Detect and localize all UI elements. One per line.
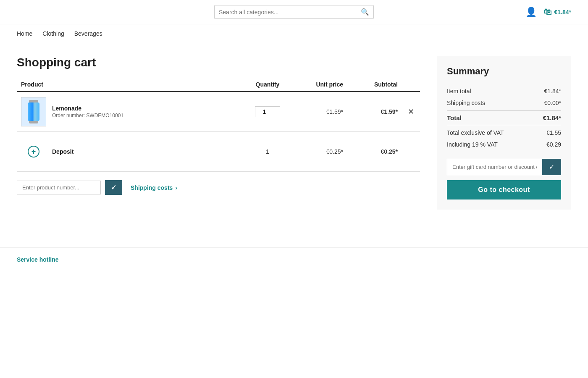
- total-label: Total: [447, 114, 462, 121]
- header-right: 👤 🛍 €1.84*: [525, 7, 571, 18]
- deposit-cell: + Deposit: [17, 132, 242, 172]
- summary-section: Summary Item total €1.84* Shipping costs…: [437, 56, 571, 210]
- quantity-stepper[interactable]: [255, 106, 280, 117]
- unit-price: €1.59*: [326, 108, 343, 115]
- main: Shopping cart Product Quantity Unit pric…: [0, 43, 588, 222]
- total-value: €1.84*: [543, 114, 561, 121]
- col-product: Product: [17, 78, 242, 92]
- nav-item-home[interactable]: Home: [17, 30, 32, 37]
- gift-card-apply-button[interactable]: ✓: [542, 159, 561, 175]
- summary-item-total-row: Item total €1.84*: [447, 85, 561, 97]
- deposit-qty-cell: 1: [242, 132, 293, 172]
- quantity-cell[interactable]: [242, 92, 293, 132]
- table-header-row: Product Quantity Unit price Subtotal: [17, 78, 420, 92]
- deposit-unit-price: €0.25*: [326, 148, 343, 155]
- cart-badge[interactable]: 🛍 €1.84*: [543, 7, 571, 17]
- summary-excl-vat-row: Total exclusive of VAT €1.55: [447, 127, 561, 139]
- nav-item-beverages[interactable]: Beverages: [74, 30, 102, 37]
- nav: Home Clothing Beverages: [0, 24, 588, 43]
- item-total-value: €1.84*: [544, 88, 561, 94]
- deposit-subtotal: €0.25*: [381, 148, 398, 155]
- checkout-button[interactable]: Go to checkout: [447, 180, 561, 200]
- order-number: Order number: SWDEMO10001: [52, 113, 123, 118]
- item-total-label: Item total: [447, 88, 471, 94]
- incl-vat-label: Including 19 % VAT: [447, 141, 498, 148]
- product-number-input[interactable]: [17, 181, 101, 194]
- summary-total-row: Total €1.84*: [447, 110, 561, 125]
- search-icon: 🔍: [361, 8, 369, 16]
- service-hotline-link[interactable]: Service hotline: [17, 256, 59, 263]
- unit-price-cell: €1.59*: [293, 92, 347, 132]
- deposit-plus-icon: +: [28, 146, 39, 158]
- excl-vat-label: Total exclusive of VAT: [447, 129, 504, 136]
- summary-title: Summary: [447, 66, 561, 77]
- add-product-button[interactable]: ✓: [105, 180, 122, 195]
- deposit-unit-price-cell: €0.25*: [293, 132, 347, 172]
- incl-vat-value: €0.29: [546, 141, 561, 148]
- chevron-right-icon: ›: [175, 184, 177, 191]
- summary-shipping-row: Shipping costs €0.00*: [447, 97, 561, 109]
- footer: Service hotline: [0, 247, 588, 271]
- cart-table: Product Quantity Unit price Subtotal: [17, 78, 420, 172]
- deposit-remove-cell: [402, 132, 420, 172]
- add-product-row: ✓ Shipping costs ›: [17, 180, 420, 195]
- subtotal-cell: €1.59*: [347, 92, 402, 132]
- subtotal: €1.59*: [381, 108, 398, 115]
- gift-card-row: ✓: [447, 159, 561, 175]
- cart-title: Shopping cart: [17, 56, 420, 69]
- product-cell: Lemonade Order number: SWDEMO10001: [17, 92, 242, 132]
- user-icon[interactable]: 👤: [525, 7, 537, 18]
- remove-cell[interactable]: ✕: [402, 92, 420, 132]
- col-unit-price: Unit price: [293, 78, 347, 92]
- col-quantity: Quantity: [242, 78, 293, 92]
- shipping-value: €0.00*: [544, 100, 561, 106]
- shipping-label: Shipping costs: [447, 100, 485, 106]
- deposit-qty: 1: [266, 148, 269, 155]
- gift-card-input[interactable]: [447, 159, 542, 175]
- deposit-subtotal-cell: €0.25*: [347, 132, 402, 172]
- shipping-costs-link[interactable]: Shipping costs ›: [131, 184, 177, 191]
- remove-button[interactable]: ✕: [406, 105, 416, 118]
- excl-vat-value: €1.55: [546, 129, 561, 136]
- nav-item-clothing[interactable]: Clothing: [42, 30, 64, 37]
- shipping-costs-label: Shipping costs: [131, 184, 173, 191]
- table-row: + Deposit 1 €0.25* €0.25: [17, 132, 420, 172]
- product-info: Lemonade Order number: SWDEMO10001: [52, 105, 123, 118]
- header: 🔍 👤 🛍 €1.84*: [0, 0, 588, 24]
- deposit-info: Deposit: [52, 148, 74, 155]
- deposit-name: Deposit: [52, 148, 74, 155]
- table-row: Lemonade Order number: SWDEMO10001 €1.59…: [17, 92, 420, 132]
- search-input[interactable]: [219, 9, 361, 16]
- deposit-image: +: [21, 137, 46, 166]
- cart-total: €1.84*: [554, 9, 571, 16]
- product-image: [21, 97, 46, 126]
- summary-incl-vat-row: Including 19 % VAT €0.29: [447, 139, 561, 150]
- search-bar[interactable]: 🔍: [214, 5, 374, 19]
- cart-section: Shopping cart Product Quantity Unit pric…: [17, 56, 420, 210]
- cart-icon: 🛍: [543, 7, 552, 17]
- col-subtotal: Subtotal: [347, 78, 402, 92]
- product-name: Lemonade: [52, 105, 123, 112]
